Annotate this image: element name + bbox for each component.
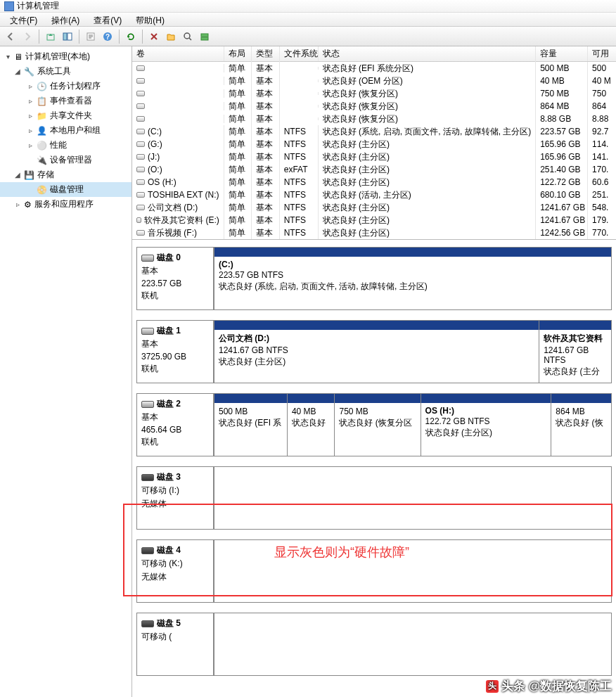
partition[interactable]: 40 MB状态良好 xyxy=(288,393,335,456)
volume-icon xyxy=(136,217,141,223)
find-button[interactable] xyxy=(180,29,195,44)
volume-row[interactable]: (C:)简单基本NTFS状态良好 (系统, 启动, 页面文件, 活动, 故障转储… xyxy=(132,125,616,138)
col-available[interactable]: 可用 xyxy=(588,46,616,61)
volume-fs xyxy=(280,67,319,70)
col-status[interactable]: 状态 xyxy=(319,46,537,61)
delete-button[interactable] xyxy=(146,29,162,44)
col-fs[interactable]: 文件系统 xyxy=(280,46,319,61)
volume-row[interactable]: (O:)简单基本exFAT状态良好 (主分区)251.40 GB170. xyxy=(132,163,616,176)
partition-stripe xyxy=(551,394,611,403)
watermark-icon: 头 xyxy=(486,680,499,693)
disk-row[interactable]: 磁盘 5可移动 ( xyxy=(136,613,612,676)
disk-type: 可移动 ( xyxy=(141,631,209,643)
col-layout[interactable]: 布局 xyxy=(224,46,252,61)
partition[interactable]: OS (H:)122.72 GB NTFS状态良好 (主分区) xyxy=(421,393,552,456)
tree-system-tools[interactable]: ◢🔧 系统工具 xyxy=(0,64,131,79)
volume-icon xyxy=(136,179,145,185)
volume-row[interactable]: 简单基本状态良好 (恢复分区)750 MB750 xyxy=(132,87,616,100)
volume-fs: NTFS xyxy=(280,176,319,188)
disk-row[interactable]: 磁盘 1基本3725.90 GB联机公司文档 (D:)1241.67 GB NT… xyxy=(136,320,612,383)
menu-file[interactable]: 文件(F) xyxy=(4,14,43,25)
volume-table: 卷 布局 类型 文件系统 状态 容量 可用 简单基本状态良好 (EFI 系统分区… xyxy=(132,46,616,240)
disk-partitions: (C:)223.57 GB NTFS状态良好 (系统, 启动, 页面文件, 活动… xyxy=(214,247,612,310)
show-hide-tree-button[interactable] xyxy=(60,29,75,44)
tree-local-users[interactable]: ▹👤 本地用户和组 xyxy=(0,123,131,138)
volume-capacity: 165.96 GB xyxy=(536,138,588,151)
tree-performance[interactable]: ▹⚪ 性能 xyxy=(0,138,131,153)
partition-name: 公司文档 (D:) xyxy=(219,333,534,345)
volume-available: 114. xyxy=(588,138,616,151)
tree-services-apps[interactable]: ▹⚙ 服务和应用程序 xyxy=(0,197,131,212)
volume-row[interactable]: 公司文档 (D:)简单基本NTFS状态良好 (主分区)1241.67 GB548… xyxy=(132,201,616,214)
volume-row[interactable]: 软件及其它资料 (E:)简单基本NTFS状态良好 (主分区)1241.67 GB… xyxy=(132,214,616,226)
partition[interactable]: 500 MB状态良好 (EFI 系 xyxy=(214,393,288,456)
partition[interactable]: 750 MB状态良好 (恢复分区 xyxy=(335,393,421,456)
partition-status: 状态良好 xyxy=(292,417,331,429)
partition-stripe xyxy=(539,321,611,330)
forward-button[interactable] xyxy=(20,29,35,44)
volume-row[interactable]: (G:)简单基本NTFS状态良好 (主分区)165.96 GB114. xyxy=(132,138,616,151)
tree-root[interactable]: ▾🖥 计算机管理(本地) xyxy=(0,49,131,64)
volume-row[interactable]: 简单基本状态良好 (恢复分区)864 MB864 xyxy=(132,100,616,113)
volume-fs xyxy=(280,117,319,120)
disk-row[interactable]: 磁盘 2基本465.64 GB联机500 MB状态良好 (EFI 系40 MB状… xyxy=(136,393,612,456)
disk-graphical-view: 磁盘 0基本223.57 GB联机(C:)223.57 GB NTFS状态良好 … xyxy=(132,240,616,697)
col-volume[interactable]: 卷 xyxy=(132,46,224,61)
help-icon-button[interactable]: ? xyxy=(100,29,115,44)
tree-task-scheduler[interactable]: ▹🕒 任务计划程序 xyxy=(0,79,131,94)
partition-stripe xyxy=(214,248,611,257)
disk-partitions: 公司文档 (D:)1241.67 GB NTFS状态良好 (主分区)软件及其它资… xyxy=(214,320,612,383)
tree-storage[interactable]: ◢💾 存储 xyxy=(0,167,131,182)
partition-status: 状态良好 (系统, 启动, 页面文件, 活动, 故障转储, 主分区) xyxy=(219,281,607,293)
partition-info: 122.72 GB NTFS xyxy=(425,416,547,426)
tree-shared-folders[interactable]: ▹📁 共享文件夹 xyxy=(0,108,131,123)
volume-name: OS (H:) xyxy=(148,177,177,187)
disk-label[interactable]: 磁盘 2基本465.64 GB联机 xyxy=(136,393,214,456)
up-button[interactable] xyxy=(43,29,58,44)
volume-header[interactable]: 卷 布局 类型 文件系统 状态 容量 可用 xyxy=(132,46,616,62)
volume-row[interactable]: OS (H:)简单基本NTFS状态良好 (主分区)122.72 GB60.6 xyxy=(132,176,616,188)
open-button[interactable] xyxy=(163,29,179,44)
partition-status: 状态良好 (主分区) xyxy=(219,356,534,368)
refresh-button[interactable] xyxy=(123,29,139,44)
partition[interactable] xyxy=(214,613,612,676)
watermark-prefix: 头条 xyxy=(501,678,525,694)
toolbar: ? xyxy=(0,27,616,46)
partition[interactable]: 公司文档 (D:)1241.67 GB NTFS状态良好 (主分区) xyxy=(214,320,539,383)
volume-name: (G:) xyxy=(148,139,162,149)
menu-help[interactable]: 帮助(H) xyxy=(130,14,170,25)
volume-row[interactable]: 简单基本状态良好 (EFI 系统分区)500 MB500 xyxy=(132,62,616,75)
tree-disk-management[interactable]: 📀 磁盘管理 xyxy=(0,182,131,197)
col-capacity[interactable]: 容量 xyxy=(536,46,588,61)
volume-row[interactable]: 简单基本状态良好 (恢复分区)8.88 GB8.88 xyxy=(132,113,616,125)
disk-label[interactable]: 磁盘 1基本3725.90 GB联机 xyxy=(136,320,214,383)
disk-row[interactable]: 磁盘 0基本223.57 GB联机(C:)223.57 GB NTFS状态良好 … xyxy=(136,247,612,310)
volume-name: TOSHIBA EXT (N:) xyxy=(148,190,219,200)
volume-row[interactable]: 音乐视频 (F:)简单基本NTFS状态良好 (主分区)1242.56 GB770… xyxy=(132,226,616,239)
volume-type: 基本 xyxy=(252,226,280,241)
volume-icon xyxy=(136,167,145,172)
tree-event-viewer[interactable]: ▹📋 事件查看器 xyxy=(0,94,131,108)
properties-button[interactable] xyxy=(83,29,98,44)
annotation-text: 显示灰色则为“硬件故障” xyxy=(274,544,409,561)
partition[interactable]: 864 MB状态良好 (恢 xyxy=(551,393,612,456)
tree-device-manager[interactable]: 🔌 设备管理器 xyxy=(0,153,131,167)
partition-info: 1241.67 GB NTFS xyxy=(544,345,607,365)
volume-row[interactable]: 简单基本状态良好 (OEM 分区)40 MB40 M xyxy=(132,75,616,87)
back-button[interactable] xyxy=(3,29,18,44)
volume-row[interactable]: TOSHIBA EXT (N:)简单基本NTFS状态良好 (活动, 主分区)68… xyxy=(132,188,616,201)
disk-label[interactable]: 磁盘 0基本223.57 GB联机 xyxy=(136,247,214,310)
partition[interactable]: (C:)223.57 GB NTFS状态良好 (系统, 启动, 页面文件, 活动… xyxy=(214,247,612,310)
volume-row[interactable]: (J:)简单基本NTFS状态良好 (主分区)165.96 GB141. xyxy=(132,151,616,163)
volume-icon xyxy=(136,129,145,134)
menu-view[interactable]: 查看(V) xyxy=(88,14,127,25)
partition[interactable]: 软件及其它资料1241.67 GB NTFS状态良好 (主分 xyxy=(539,320,612,383)
col-type[interactable]: 类型 xyxy=(252,46,280,61)
menu-action[interactable]: 操作(A) xyxy=(46,14,85,25)
manage-button[interactable] xyxy=(197,29,212,44)
volume-capacity: 251.40 GB xyxy=(536,163,588,176)
disk-type: 基本 xyxy=(141,265,209,277)
partition-status: 状态良好 (EFI 系 xyxy=(219,417,283,429)
nav-tree[interactable]: ▾🖥 计算机管理(本地) ◢🔧 系统工具 ▹🕒 任务计划程序 ▹📋 事件查看器 … xyxy=(0,46,132,697)
disk-label[interactable]: 磁盘 5可移动 ( xyxy=(136,613,214,676)
